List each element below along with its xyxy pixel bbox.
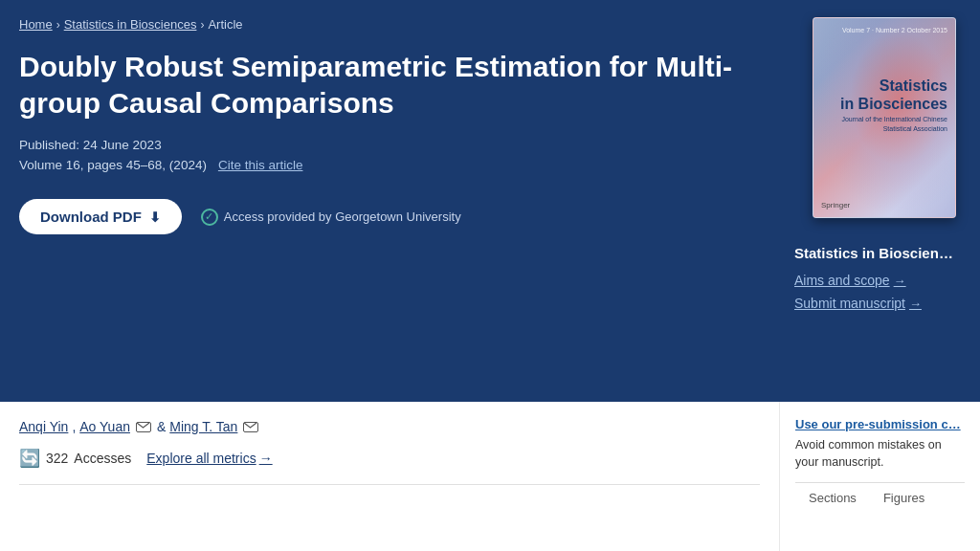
cover-subtitle: Journal of the International Chinese Sta… — [821, 115, 947, 132]
accesses-icon: 🔄 — [19, 448, 40, 469]
volume-text: Volume 16, pages 45–68, (2024) — [19, 158, 207, 172]
accesses-number: 322 — [46, 451, 68, 466]
explore-metrics-label: Explore all metrics — [146, 451, 256, 466]
sidebar-journal-title: Statistics in Bioscien… — [794, 245, 965, 261]
author-ming-tan[interactable]: Ming T. Tan — [169, 419, 237, 434]
presubmission-link[interactable]: Use our pre-submission c… — [795, 417, 965, 431]
cover-title-text: Statistics in Biosciences — [821, 77, 947, 113]
download-arrow-icon: ⬇ — [149, 209, 161, 225]
ming-tan-email-icon[interactable] — [243, 422, 258, 432]
check-icon: ✓ — [201, 209, 218, 226]
article-title: Doubly Robust Semiparametric Estimation … — [19, 49, 737, 121]
accesses-count: 🔄 322 Accesses — [19, 448, 131, 469]
hero-section: Home › Statistics in Biosciences › Artic… — [0, 0, 980, 402]
cite-this-article-link[interactable]: Cite this article — [218, 158, 303, 172]
access-text: Access provided by Georgetown University — [224, 209, 461, 224]
breadcrumb-sep-2: › — [200, 18, 204, 32]
explore-metrics-arrow-icon: → — [259, 451, 273, 466]
tab-sections[interactable]: Sections — [795, 483, 870, 516]
submit-arrow-icon: → — [909, 297, 922, 311]
aims-scope-link[interactable]: Aims and scope → — [794, 273, 965, 288]
separator — [19, 484, 760, 485]
breadcrumb-section: Article — [208, 17, 242, 32]
submit-manuscript-label: Submit manuscript — [794, 296, 905, 311]
accesses-label: Accesses — [74, 451, 131, 466]
bottom-section: Anqi Yin , Ao Yuan & Ming T. Tan 🔄 322 — [0, 402, 980, 551]
aims-scope-label: Aims and scope — [794, 273, 890, 288]
cover-top-text: Volume 7 · Number 2 October 2015 — [821, 26, 947, 34]
bottom-right-panel: Use our pre-submission c… Avoid common m… — [779, 402, 980, 551]
journal-cover-wrapper: Volume 7 · Number 2 October 2015 Statist… — [813, 17, 961, 218]
sidebar-panel: Statistics in Bioscien… Aims and scope →… — [779, 230, 980, 402]
breadcrumb-home[interactable]: Home — [19, 17, 53, 32]
explore-all-metrics-link[interactable]: Explore all metrics → — [146, 451, 272, 466]
ao-yuan-email-icon[interactable] — [136, 422, 151, 432]
published-label: Published: — [19, 138, 79, 152]
published-date: 24 June 2023 — [83, 138, 162, 152]
author-anqi-yin[interactable]: Anqi Yin — [19, 419, 68, 434]
download-pdf-button[interactable]: Download PDF ⬇ — [19, 199, 182, 234]
breadcrumb-journal[interactable]: Statistics in Biosciences — [64, 17, 197, 32]
access-info: ✓ Access provided by Georgetown Universi… — [201, 209, 461, 226]
journal-cover[interactable]: Volume 7 · Number 2 October 2015 Statist… — [813, 17, 956, 218]
download-pdf-label: Download PDF — [40, 209, 142, 225]
tabs-row: Sections Figures — [795, 482, 965, 516]
submit-manuscript-link[interactable]: Submit manuscript → — [794, 296, 965, 311]
cover-publisher-logo: Springer — [821, 201, 850, 209]
tab-figures[interactable]: Figures — [870, 483, 938, 516]
presubmission-text: Avoid common mistakes on your manuscript… — [795, 437, 965, 471]
author-ao-yuan[interactable]: Ao Yuan — [79, 419, 130, 434]
authors-metrics-panel: Anqi Yin , Ao Yuan & Ming T. Tan 🔄 322 — [0, 402, 779, 551]
metrics-row: 🔄 322 Accesses Explore all metrics → — [19, 448, 760, 469]
authors-line: Anqi Yin , Ao Yuan & Ming T. Tan — [19, 419, 760, 434]
breadcrumb-sep-1: › — [56, 18, 60, 32]
aims-scope-arrow-icon: → — [894, 274, 906, 288]
